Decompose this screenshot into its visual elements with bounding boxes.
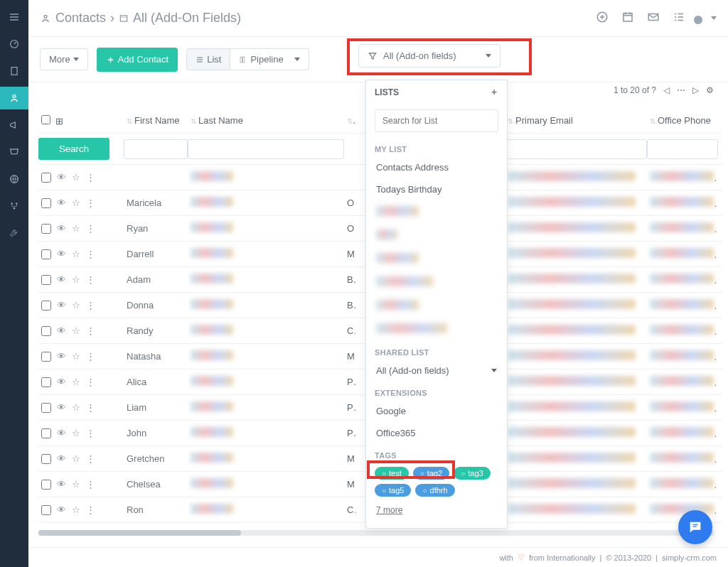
select-all-checkbox[interactable] — [41, 115, 50, 124]
star-icon[interactable]: ☆ — [72, 453, 80, 464]
filter-dropdown-trigger[interactable]: All (Add-on fields) — [358, 44, 500, 68]
row-checkbox[interactable] — [41, 173, 51, 183]
breadcrumb-main[interactable]: Contacts — [55, 11, 106, 26]
star-icon[interactable]: ☆ — [72, 300, 80, 310]
tag-tag5[interactable]: tag5 — [375, 484, 411, 497]
star-icon[interactable]: ☆ — [72, 377, 80, 387]
extension-office365[interactable]: Office365 — [366, 422, 507, 444]
more-button[interactable]: More — [40, 48, 88, 70]
row-checkbox[interactable] — [41, 198, 51, 208]
sidebar-menu-icon[interactable] — [0, 6, 28, 28]
star-icon[interactable]: ☆ — [72, 351, 80, 362]
search-primary-email[interactable] — [505, 139, 647, 159]
footer-link[interactable]: simply-crm.com — [662, 554, 717, 562]
sidebar-wrench-icon[interactable] — [0, 222, 28, 244]
list-item-blurred[interactable] — [366, 318, 507, 341]
eye-icon[interactable]: 👁 — [57, 300, 66, 310]
calendar-icon[interactable] — [621, 11, 634, 26]
list-item-todays-birthday[interactable]: Todays Birthday — [366, 178, 507, 200]
pagination-next-icon[interactable]: ▷ — [692, 85, 699, 95]
eye-icon[interactable]: 👁 — [57, 249, 66, 259]
eye-icon[interactable]: 👁 — [57, 198, 66, 208]
col-first-name[interactable]: First Name — [124, 111, 188, 130]
list-item-blurred[interactable] — [366, 294, 507, 318]
row-menu-icon[interactable]: ⋮ — [86, 351, 95, 362]
col-office-phone[interactable]: Office Phone — [647, 111, 718, 130]
col-primary-email[interactable]: Primary Email — [505, 111, 647, 130]
row-menu-icon[interactable]: ⋮ — [86, 274, 95, 285]
pagination-more-icon[interactable]: ⋯ — [677, 85, 685, 95]
row-checkbox[interactable] — [41, 275, 51, 285]
eye-icon[interactable]: 👁 — [57, 428, 66, 438]
search-last-name[interactable] — [188, 139, 344, 159]
list-item-all-addon[interactable]: All (Add-on fields) — [366, 360, 507, 382]
star-icon[interactable]: ☆ — [72, 325, 80, 336]
col-last-name[interactable]: Last Name — [188, 111, 344, 130]
eye-icon[interactable]: 👁 — [57, 504, 66, 515]
eye-icon[interactable]: 👁 — [57, 479, 66, 490]
list-item-blurred[interactable] — [366, 224, 507, 247]
pagination-prev-icon[interactable]: ◁ — [663, 85, 670, 95]
breadcrumb-view[interactable]: All (Add-On Fields) — [133, 11, 241, 26]
add-circle-icon[interactable] — [596, 11, 609, 26]
star-icon[interactable]: ☆ — [72, 274, 80, 285]
add-contact-button[interactable]: ＋Add Contact — [97, 48, 178, 72]
row-checkbox[interactable] — [41, 480, 51, 490]
tasks-icon[interactable] — [673, 11, 685, 26]
row-menu-icon[interactable]: ⋮ — [86, 479, 95, 490]
star-icon[interactable]: ☆ — [72, 428, 80, 438]
chat-button[interactable] — [678, 510, 712, 544]
row-menu-icon[interactable]: ⋮ — [86, 377, 95, 387]
eye-icon[interactable]: 👁 — [57, 351, 66, 362]
list-item-blurred[interactable] — [366, 271, 507, 294]
row-checkbox[interactable] — [41, 454, 51, 464]
row-checkbox[interactable] — [41, 377, 51, 387]
tag-tag3[interactable]: tag3 — [454, 467, 490, 480]
grid-icon[interactable]: ⊞ — [55, 116, 63, 126]
star-icon[interactable]: ☆ — [72, 172, 80, 183]
list-item-blurred[interactable] — [366, 200, 507, 224]
row-checkbox[interactable] — [41, 403, 51, 413]
sidebar-workflow-icon[interactable] — [0, 195, 28, 217]
view-tab-list[interactable]: List — [186, 48, 230, 70]
search-first-name[interactable] — [124, 139, 188, 159]
sidebar-contacts-icon[interactable] — [0, 87, 28, 109]
tag-test[interactable]: test — [375, 467, 409, 480]
row-menu-icon[interactable]: ⋮ — [86, 428, 95, 438]
sidebar-megaphone-icon[interactable] — [0, 114, 28, 136]
row-checkbox[interactable] — [41, 428, 51, 438]
sidebar-dashboard-icon[interactable] — [0, 33, 28, 55]
eye-icon[interactable]: 👁 — [57, 402, 66, 413]
eye-icon[interactable]: 👁 — [57, 172, 66, 183]
row-menu-icon[interactable]: ⋮ — [86, 453, 95, 464]
row-menu-icon[interactable]: ⋮ — [86, 504, 95, 515]
eye-icon[interactable]: 👁 — [57, 325, 66, 336]
row-checkbox[interactable] — [41, 505, 51, 515]
add-list-icon[interactable]: ＋ — [490, 86, 498, 98]
sidebar-cart-icon[interactable] — [0, 141, 28, 163]
search-office-phone[interactable] — [647, 139, 718, 159]
row-menu-icon[interactable]: ⋮ — [86, 223, 95, 234]
row-checkbox[interactable] — [41, 352, 51, 362]
settings-gear-icon[interactable]: ⚙ — [706, 85, 714, 95]
row-menu-icon[interactable]: ⋮ — [86, 172, 95, 183]
row-checkbox[interactable] — [41, 301, 51, 310]
row-menu-icon[interactable]: ⋮ — [86, 402, 95, 413]
row-checkbox[interactable] — [41, 224, 51, 234]
extension-google[interactable]: Google — [366, 400, 507, 422]
horizontal-scrollbar[interactable] — [38, 530, 714, 536]
sidebar-building-icon[interactable] — [0, 60, 28, 82]
more-tags-link[interactable]: 7 more — [366, 501, 507, 519]
tag-dfhrh[interactable]: dfhrh — [415, 484, 454, 497]
star-icon[interactable]: ☆ — [72, 198, 80, 208]
mail-icon[interactable] — [647, 11, 660, 26]
eye-icon[interactable]: 👁 — [57, 223, 66, 234]
eye-icon[interactable]: 👁 — [57, 453, 66, 464]
row-menu-icon[interactable]: ⋮ — [86, 325, 95, 336]
tag-tag2[interactable]: tag2 — [413, 467, 449, 480]
star-icon[interactable]: ☆ — [72, 479, 80, 490]
list-item-blurred[interactable] — [366, 247, 507, 271]
row-menu-icon[interactable]: ⋮ — [86, 249, 95, 259]
row-menu-icon[interactable]: ⋮ — [86, 198, 95, 208]
row-checkbox[interactable] — [41, 326, 51, 336]
